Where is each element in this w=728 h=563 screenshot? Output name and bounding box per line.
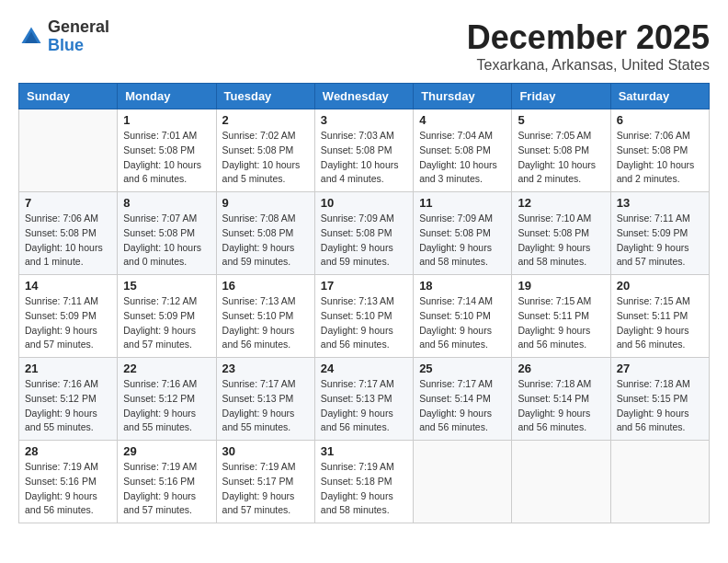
day-number: 20: [617, 279, 703, 293]
day-detail: Sunrise: 7:01 AMSunset: 5:08 PMDaylight:…: [123, 129, 210, 187]
day-number: 3: [321, 113, 407, 127]
weekday-header: Wednesday: [314, 84, 413, 109]
day-number: 17: [321, 279, 407, 293]
day-number: 23: [222, 362, 309, 375]
weekday-header: Saturday: [610, 84, 709, 109]
title-area: December 2025 Texarkana, Arkansas, Unite…: [467, 18, 710, 74]
day-detail: Sunrise: 7:13 AMSunset: 5:10 PMDaylight:…: [321, 294, 407, 352]
calendar-cell: 27Sunrise: 7:18 AMSunset: 5:15 PMDayligh…: [610, 358, 709, 441]
week-row: 21Sunrise: 7:16 AMSunset: 5:12 PMDayligh…: [19, 358, 710, 441]
calendar-cell: 9Sunrise: 7:08 AMSunset: 5:08 PMDaylight…: [216, 192, 314, 275]
calendar-cell: 1Sunrise: 7:01 AMSunset: 5:08 PMDaylight…: [118, 109, 216, 192]
month-title: December 2025: [467, 18, 710, 57]
day-detail: Sunrise: 7:15 AMSunset: 5:11 PMDaylight:…: [518, 294, 604, 352]
calendar-cell: 19Sunrise: 7:15 AMSunset: 5:11 PMDayligh…: [512, 275, 610, 358]
day-number: 24: [321, 362, 407, 375]
weekday-header: Tuesday: [216, 84, 314, 109]
day-detail: Sunrise: 7:03 AMSunset: 5:08 PMDaylight:…: [321, 129, 407, 187]
week-row: 7Sunrise: 7:06 AMSunset: 5:08 PMDaylight…: [19, 192, 710, 275]
weekday-header: Monday: [118, 84, 216, 109]
logo: General Blue: [18, 18, 109, 55]
day-detail: Sunrise: 7:18 AMSunset: 5:14 PMDaylight:…: [518, 377, 604, 435]
day-number: 9: [222, 196, 309, 210]
logo-icon: [18, 24, 44, 50]
calendar-cell: 10Sunrise: 7:09 AMSunset: 5:08 PMDayligh…: [314, 192, 413, 275]
calendar-cell: 6Sunrise: 7:06 AMSunset: 5:08 PMDaylight…: [610, 109, 709, 192]
logo-blue: Blue: [48, 37, 109, 55]
weekday-header: Thursday: [414, 84, 512, 109]
day-detail: Sunrise: 7:18 AMSunset: 5:15 PMDaylight:…: [617, 377, 703, 435]
calendar-cell: 7Sunrise: 7:06 AMSunset: 5:08 PMDaylight…: [19, 192, 118, 275]
day-detail: Sunrise: 7:04 AMSunset: 5:08 PMDaylight:…: [419, 129, 506, 187]
day-number: 19: [518, 279, 604, 293]
day-number: 14: [25, 279, 111, 293]
week-row: 28Sunrise: 7:19 AMSunset: 5:16 PMDayligh…: [19, 441, 710, 523]
calendar-cell: 25Sunrise: 7:17 AMSunset: 5:14 PMDayligh…: [414, 358, 512, 441]
day-number: 25: [419, 362, 506, 375]
weekday-header: Friday: [512, 84, 610, 109]
day-detail: Sunrise: 7:16 AMSunset: 5:12 PMDaylight:…: [123, 377, 210, 435]
calendar-cell: 30Sunrise: 7:19 AMSunset: 5:17 PMDayligh…: [216, 441, 314, 523]
day-detail: Sunrise: 7:17 AMSunset: 5:13 PMDaylight:…: [222, 377, 309, 435]
calendar-cell: 3Sunrise: 7:03 AMSunset: 5:08 PMDaylight…: [314, 109, 413, 192]
day-number: 8: [123, 196, 210, 210]
calendar-cell: 28Sunrise: 7:19 AMSunset: 5:16 PMDayligh…: [19, 441, 118, 523]
day-detail: Sunrise: 7:19 AMSunset: 5:16 PMDaylight:…: [123, 460, 210, 518]
calendar-cell: 18Sunrise: 7:14 AMSunset: 5:10 PMDayligh…: [414, 275, 512, 358]
location-title: Texarkana, Arkansas, United States: [467, 57, 710, 74]
weekday-header: Sunday: [19, 84, 118, 109]
day-detail: Sunrise: 7:09 AMSunset: 5:08 PMDaylight:…: [419, 212, 506, 270]
day-detail: Sunrise: 7:19 AMSunset: 5:16 PMDaylight:…: [25, 460, 111, 518]
day-number: 1: [123, 113, 210, 127]
day-detail: Sunrise: 7:06 AMSunset: 5:08 PMDaylight:…: [617, 129, 703, 187]
calendar-cell: 15Sunrise: 7:12 AMSunset: 5:09 PMDayligh…: [118, 275, 216, 358]
day-detail: Sunrise: 7:15 AMSunset: 5:11 PMDaylight:…: [617, 294, 703, 352]
day-number: 15: [123, 279, 210, 293]
day-number: 26: [518, 362, 604, 375]
day-detail: Sunrise: 7:17 AMSunset: 5:13 PMDaylight:…: [321, 377, 407, 435]
calendar-cell: 16Sunrise: 7:13 AMSunset: 5:10 PMDayligh…: [216, 275, 314, 358]
calendar-cell: 4Sunrise: 7:04 AMSunset: 5:08 PMDaylight…: [414, 109, 512, 192]
day-number: 31: [321, 444, 407, 458]
day-detail: Sunrise: 7:07 AMSunset: 5:08 PMDaylight:…: [123, 212, 210, 270]
calendar-cell: 12Sunrise: 7:10 AMSunset: 5:08 PMDayligh…: [512, 192, 610, 275]
day-number: 30: [222, 444, 309, 458]
page-header: General Blue December 2025 Texarkana, Ar…: [18, 18, 710, 74]
day-detail: Sunrise: 7:11 AMSunset: 5:09 PMDaylight:…: [617, 212, 703, 270]
day-detail: Sunrise: 7:12 AMSunset: 5:09 PMDaylight:…: [123, 294, 210, 352]
calendar-cell: 20Sunrise: 7:15 AMSunset: 5:11 PMDayligh…: [610, 275, 709, 358]
day-number: 2: [222, 113, 309, 127]
day-number: 29: [123, 444, 210, 458]
day-number: 6: [617, 113, 703, 127]
day-detail: Sunrise: 7:06 AMSunset: 5:08 PMDaylight:…: [25, 212, 111, 270]
calendar-cell: 2Sunrise: 7:02 AMSunset: 5:08 PMDaylight…: [216, 109, 314, 192]
day-detail: Sunrise: 7:13 AMSunset: 5:10 PMDaylight:…: [222, 294, 309, 352]
day-number: 27: [617, 362, 703, 375]
day-number: 4: [419, 113, 506, 127]
day-detail: Sunrise: 7:16 AMSunset: 5:12 PMDaylight:…: [25, 377, 111, 435]
day-number: 16: [222, 279, 309, 293]
calendar-cell: 31Sunrise: 7:19 AMSunset: 5:18 PMDayligh…: [314, 441, 413, 523]
logo-text: General Blue: [48, 18, 109, 55]
calendar-cell: 24Sunrise: 7:17 AMSunset: 5:13 PMDayligh…: [314, 358, 413, 441]
day-detail: Sunrise: 7:19 AMSunset: 5:18 PMDaylight:…: [321, 460, 407, 518]
calendar-cell: 11Sunrise: 7:09 AMSunset: 5:08 PMDayligh…: [414, 192, 512, 275]
calendar-cell: 29Sunrise: 7:19 AMSunset: 5:16 PMDayligh…: [118, 441, 216, 523]
day-detail: Sunrise: 7:17 AMSunset: 5:14 PMDaylight:…: [419, 377, 506, 435]
week-row: 14Sunrise: 7:11 AMSunset: 5:09 PMDayligh…: [19, 275, 710, 358]
day-number: 21: [25, 362, 111, 375]
calendar-cell: 5Sunrise: 7:05 AMSunset: 5:08 PMDaylight…: [512, 109, 610, 192]
calendar-cell: 17Sunrise: 7:13 AMSunset: 5:10 PMDayligh…: [314, 275, 413, 358]
day-number: 13: [617, 196, 703, 210]
week-row: 1Sunrise: 7:01 AMSunset: 5:08 PMDaylight…: [19, 109, 710, 192]
weekday-header-row: SundayMondayTuesdayWednesdayThursdayFrid…: [19, 84, 710, 109]
calendar-cell: 22Sunrise: 7:16 AMSunset: 5:12 PMDayligh…: [118, 358, 216, 441]
day-detail: Sunrise: 7:02 AMSunset: 5:08 PMDaylight:…: [222, 129, 309, 187]
day-number: 12: [518, 196, 604, 210]
day-number: 18: [419, 279, 506, 293]
day-number: 11: [419, 196, 506, 210]
calendar-cell: [414, 441, 512, 523]
day-detail: Sunrise: 7:05 AMSunset: 5:08 PMDaylight:…: [518, 129, 604, 187]
calendar-cell: 14Sunrise: 7:11 AMSunset: 5:09 PMDayligh…: [19, 275, 118, 358]
day-detail: Sunrise: 7:11 AMSunset: 5:09 PMDaylight:…: [25, 294, 111, 352]
